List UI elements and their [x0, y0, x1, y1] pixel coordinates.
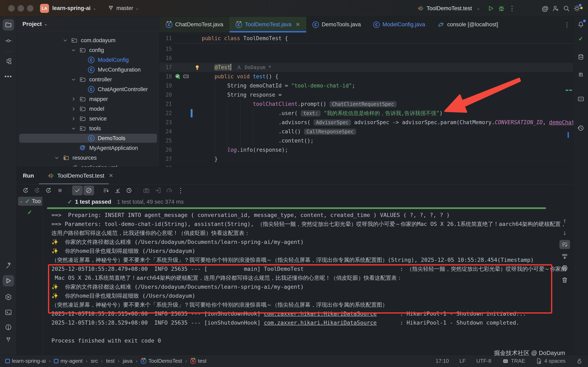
code-line-21[interactable]: 21 toolChatClient.prompt() ChatClientReq…	[160, 100, 573, 109]
logger-link[interactable]: com.zaxxer.hikari.HikariDataSource	[264, 310, 377, 317]
code-line-28[interactable]: 28	[160, 164, 573, 167]
clear-console-button[interactable]	[559, 275, 570, 284]
code-line-19[interactable]: 19 String demoChatId = "tool-demo-chat-i…	[160, 81, 573, 90]
tab-options-icon[interactable]: ⋮	[564, 17, 570, 33]
code-editor[interactable]: 11public class ToolDemoTest {151617 @Tes…	[160, 33, 573, 167]
chevron-down-icon[interactable]	[62, 37, 69, 44]
chevron-down-icon[interactable]	[70, 125, 77, 132]
breadcrumb-item-test[interactable]: mtest	[190, 358, 207, 364]
stop-button[interactable]	[55, 185, 65, 195]
code-line-18[interactable]: 18 public void test() {	[160, 72, 573, 81]
code-line-27[interactable]: 27 }	[160, 155, 573, 164]
code-line-22[interactable]: 22 .user( text: "我的系统信息是啥样的，告诉我,告诉我强不强")	[160, 109, 573, 118]
activity-terminal-tool-button[interactable]	[3, 307, 14, 318]
code-line-16[interactable]: 16	[160, 54, 573, 63]
activity-git-tool-button[interactable]	[3, 334, 14, 346]
window-controls[interactable]	[8, 5, 34, 12]
logger-link[interactable]: com.zaxxer.hikari.HikariDataSource	[264, 319, 377, 326]
chevron-down-icon[interactable]	[70, 47, 77, 54]
tree-item-config[interactable]: config	[17, 45, 159, 55]
breadcrumb-item-src[interactable]: src	[91, 358, 98, 364]
editor-tab-modelconfig-java[interactable]: CModelConfig.java	[367, 17, 432, 33]
tree-item-myagentapplication[interactable]: MyAgentApplication	[17, 143, 159, 153]
more-actions-button[interactable]: ⋮	[507, 3, 517, 14]
lock-indicator[interactable]	[576, 358, 583, 364]
export-results-button[interactable]	[153, 185, 163, 195]
inspections-status[interactable]: ✓	[576, 33, 586, 44]
maximize-window-button[interactable]	[27, 5, 34, 12]
invite-collaborator-button[interactable]	[550, 3, 561, 14]
chevron-down-icon[interactable]	[53, 154, 60, 161]
breadcrumb-item-test[interactable]: test	[106, 358, 114, 364]
scroll-down-button[interactable]: ↓	[559, 228, 570, 237]
tree-item-resources[interactable]: resources	[17, 153, 159, 163]
breadcrumb-item-java[interactable]: java	[123, 358, 132, 364]
indent-setting[interactable]: 4 spaces	[536, 358, 566, 364]
tree-item-service[interactable]: service	[17, 114, 159, 124]
activity-more-tools-button[interactable]: •••	[3, 71, 14, 82]
test-tree-root-row[interactable]: ⌄ ✓ Too	[18, 197, 42, 206]
print-button[interactable]	[559, 264, 570, 273]
run-configuration-selector[interactable]: ToolDemoTest.test ⌄	[417, 5, 480, 12]
console-output[interactable]: ==> Preparing: INSERT INTO agent_message…	[43, 209, 573, 355]
rerun-button[interactable]	[20, 185, 31, 195]
editor-tab-tooldemotest-java[interactable]: CToolDemoTest.java✕	[229, 17, 306, 33]
debug-button[interactable]	[496, 3, 507, 14]
breadcrumb-item-my-agent[interactable]: my-agent	[54, 358, 82, 364]
branch-selector[interactable]: master ⌄	[108, 5, 139, 11]
ide-badge[interactable]: TRAE	[502, 358, 525, 365]
close-tab-icon[interactable]: ✕	[296, 21, 300, 28]
editor-tab-demotools-java[interactable]: CDemoTools.java	[306, 17, 367, 33]
sort-tests-button[interactable]	[101, 185, 112, 195]
soft-wrap-toggle[interactable]	[559, 240, 570, 249]
activity-project-tool-button[interactable]	[3, 19, 14, 31]
chevron-right-icon[interactable]	[70, 96, 77, 103]
run-button[interactable]	[485, 3, 496, 14]
intention-bulb-icon[interactable]	[194, 64, 200, 71]
close-window-button[interactable]	[8, 5, 15, 12]
scroll-up-button[interactable]: ↑	[559, 216, 570, 225]
code-line-15[interactable]: 15	[160, 44, 573, 54]
activity-problems-tool-button[interactable]	[3, 322, 14, 333]
activity-services-tool-button[interactable]	[3, 291, 14, 303]
settings-button[interactable]	[572, 3, 582, 14]
activity-structure-tool-button[interactable]	[3, 55, 14, 67]
editor-tab-chatdemotest-java[interactable]: CChatDemoTest.java	[160, 17, 229, 33]
profiler-button[interactable]	[164, 185, 174, 195]
screenshot-button[interactable]	[141, 185, 152, 195]
line-separator[interactable]: LF	[459, 358, 466, 364]
code-line-20[interactable]: 20 String response =	[160, 90, 573, 100]
activity-run-tool-button[interactable]	[3, 275, 14, 286]
chevron-right-icon[interactable]	[70, 105, 77, 112]
tree-item-application-yml[interactable]: application.yml	[17, 163, 159, 167]
database-tool-button[interactable]	[576, 52, 586, 62]
tree-item-com-dodayum[interactable]: com.dodayum	[17, 35, 159, 45]
test-history-button[interactable]	[124, 185, 134, 195]
more-options-button[interactable]: ⋮	[175, 185, 186, 195]
run-tab[interactable]: ToolDemoTest.test ✕	[47, 172, 113, 179]
notifications-button[interactable]	[576, 19, 586, 30]
test-tree-method-row[interactable]: ✓	[18, 208, 42, 217]
tree-item-mapper[interactable]: mapper	[17, 94, 159, 104]
project-selector[interactable]: learn-spring-ai	[52, 5, 91, 11]
scroll-to-end-button[interactable]	[559, 252, 570, 261]
breadcrumb-item-learn-spring-ai[interactable]: learn-spring-ai	[5, 358, 46, 364]
ai-chat-tool-button[interactable]	[576, 94, 586, 104]
chevron-right-icon[interactable]	[70, 115, 77, 122]
code-line-23[interactable]: 23 .advisors( AdvisorSpec advisorSpec ->…	[160, 118, 573, 127]
tree-item-tools[interactable]: tools	[17, 124, 159, 133]
code-line-24[interactable]: 24 .call() CallResponseSpec	[160, 127, 573, 136]
activity-commit-tool-button[interactable]	[3, 35, 14, 47]
folded-region-divider[interactable]	[174, 43, 573, 43]
run-test-gutter-icon[interactable]	[175, 73, 189, 80]
tree-item-chatagentcontroller[interactable]: CChatAgentController	[17, 84, 159, 94]
tree-item-controller[interactable]: controller	[17, 75, 159, 84]
project-panel-header[interactable]: Project ⌄	[17, 17, 159, 31]
code-author-hint[interactable]: DoDayum *	[236, 65, 271, 70]
auto-rerun-button[interactable]	[43, 185, 54, 195]
show-ignored-toggle[interactable]	[84, 185, 94, 195]
close-icon[interactable]: ✕	[109, 173, 113, 179]
navigate-stacktrace-button[interactable]	[112, 185, 123, 195]
search-button[interactable]	[561, 3, 572, 14]
show-passed-toggle[interactable]	[72, 185, 83, 195]
